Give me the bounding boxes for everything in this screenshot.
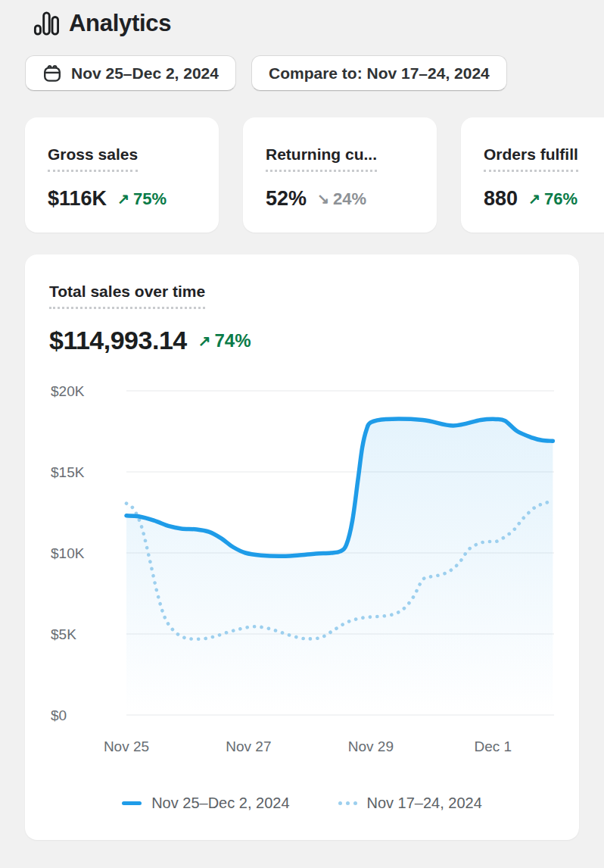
svg-text:$20K: $20K	[51, 383, 85, 399]
page-title: Analytics	[69, 10, 171, 37]
metric-cards-row[interactable]: Gross sales $116K ↗ 75% Returning cu... …	[25, 117, 604, 233]
analytics-page: Analytics Nov 25–Dec 2, 2024 Compare to:…	[0, 0, 604, 868]
metric-delta: ↘ 24%	[317, 189, 366, 209]
trend-arrow-icon: ↘	[317, 192, 329, 206]
chart-delta: ↗ 74%	[198, 330, 251, 351]
chart-title[interactable]: Total sales over time	[49, 283, 205, 309]
delta-value: 75%	[133, 189, 167, 209]
svg-text:Nov 27: Nov 27	[226, 738, 271, 754]
dotted-line-swatch-icon	[338, 801, 357, 805]
chart-legend: Nov 25–Dec 2, 2024 Nov 17–24, 2024	[49, 795, 555, 812]
legend-item-current: Nov 25–Dec 2, 2024	[122, 795, 289, 812]
metric-value: $116K	[48, 187, 107, 211]
metric-title[interactable]: Returning cu...	[266, 145, 377, 172]
page-header: Analytics	[0, 0, 604, 37]
compare-to-label: Compare to: Nov 17–24, 2024	[269, 64, 490, 83]
sales-line-chart[interactable]: $0$5K$10K$15K$20KNov 25Nov 27Nov 29Dec 1	[49, 379, 555, 758]
metric-title[interactable]: Orders fulfill	[484, 145, 578, 172]
metric-card-gross-sales[interactable]: Gross sales $116K ↗ 75%	[25, 117, 219, 233]
bar-chart-icon	[33, 11, 59, 36]
legend-label: Nov 25–Dec 2, 2024	[151, 795, 289, 812]
legend-item-comparison: Nov 17–24, 2024	[338, 795, 482, 812]
svg-text:$10K: $10K	[51, 545, 85, 561]
date-range-label: Nov 25–Dec 2, 2024	[71, 64, 219, 83]
metric-delta: ↗ 75%	[117, 189, 167, 209]
total-sales-card: Total sales over time $114,993.14 ↗ 74% …	[25, 254, 579, 840]
solid-line-swatch-icon	[122, 801, 142, 805]
svg-text:Nov 29: Nov 29	[348, 738, 394, 754]
metric-value-row: 880 ↗ 76%	[484, 187, 604, 211]
svg-text:Nov 25: Nov 25	[104, 738, 149, 754]
compare-to-button[interactable]: Compare to: Nov 17–24, 2024	[251, 55, 507, 91]
filter-row: Nov 25–Dec 2, 2024 Compare to: Nov 17–24…	[25, 55, 604, 91]
svg-text:$5K: $5K	[51, 626, 76, 642]
svg-text:$0: $0	[51, 707, 67, 723]
chart-value-row: $114,993.14 ↗ 74%	[49, 326, 579, 355]
delta-value: 24%	[333, 189, 366, 209]
trend-arrow-icon: ↗	[117, 192, 129, 206]
metric-delta: ↗ 76%	[528, 189, 578, 209]
calendar-icon	[42, 64, 62, 83]
metric-value-row: $116K ↗ 75%	[48, 187, 205, 211]
trend-arrow-icon: ↗	[528, 192, 540, 206]
metric-card-orders-fulfilled[interactable]: Orders fulfill 880 ↗ 76%	[461, 117, 604, 233]
svg-text:Dec 1: Dec 1	[474, 738, 512, 754]
metric-value: 52%	[266, 187, 307, 211]
chart-total-value: $114,993.14	[49, 326, 187, 355]
metric-value: 880	[484, 187, 518, 211]
date-range-button[interactable]: Nov 25–Dec 2, 2024	[25, 55, 236, 91]
delta-value: 76%	[544, 189, 578, 209]
metric-card-returning-customers[interactable]: Returning cu... 52% ↘ 24%	[243, 117, 437, 233]
metric-value-row: 52% ↘ 24%	[266, 187, 423, 211]
metric-title[interactable]: Gross sales	[48, 145, 138, 172]
delta-value: 74%	[214, 330, 251, 351]
legend-label: Nov 17–24, 2024	[367, 795, 482, 812]
trend-arrow-icon: ↗	[198, 333, 211, 348]
svg-text:$15K: $15K	[51, 464, 85, 480]
